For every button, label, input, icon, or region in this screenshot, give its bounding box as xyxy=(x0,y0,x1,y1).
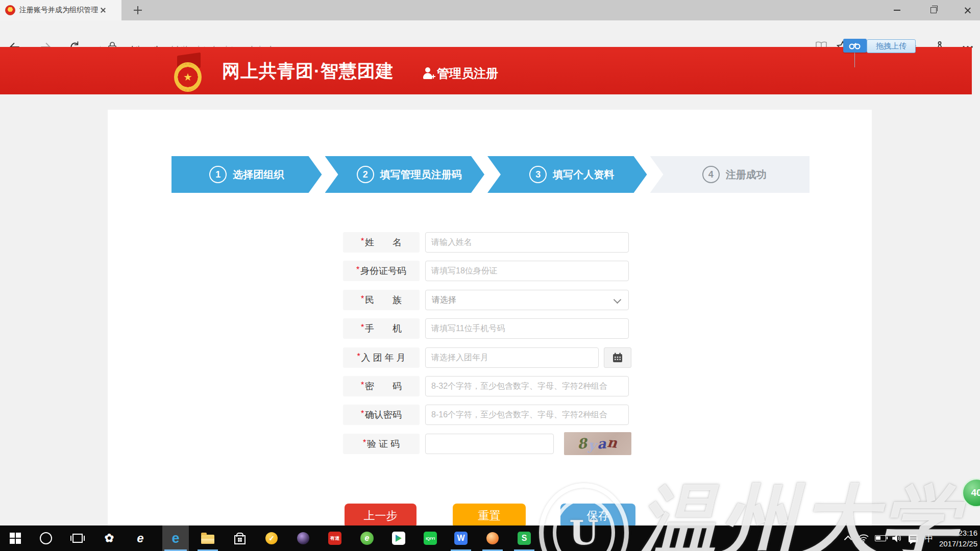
name-input[interactable] xyxy=(425,232,629,253)
admin-register-link[interactable]: 管理员注册 xyxy=(423,65,498,82)
step-4-success: 4 注册成功 xyxy=(650,156,810,193)
cortana-icon xyxy=(40,532,52,544)
ethnicity-selected-value: 请选择 xyxy=(432,295,456,306)
taskbar-app-media-sphere[interactable] xyxy=(291,525,315,551)
step-number: 4 xyxy=(702,166,720,183)
taskbar-app-orange-ball[interactable] xyxy=(480,525,505,551)
form-row-confirm-password: *确认密码 xyxy=(343,405,639,425)
taskbar-app-green-browser[interactable]: e xyxy=(355,525,379,551)
ethnicity-label: *民 族 xyxy=(343,290,420,310)
task-view-icon xyxy=(72,534,83,543)
wifi-icon xyxy=(858,534,869,543)
netdisk-cloud-icon[interactable] xyxy=(843,39,867,53)
cortana-button[interactable] xyxy=(34,525,58,551)
tray-clock[interactable]: 23:16 2017/12/25 xyxy=(939,528,977,549)
taskbar-app-youdao[interactable]: 有道 xyxy=(323,525,347,551)
taskbar-app-edge[interactable]: e xyxy=(162,525,189,551)
new-tab-icon[interactable] xyxy=(134,6,142,14)
wps-icon: W xyxy=(454,532,468,545)
tray-network[interactable] xyxy=(855,525,872,551)
step-1-choose-org: 1 选择团组织 xyxy=(172,156,322,193)
join-date-input[interactable] xyxy=(425,347,599,368)
save-button[interactable]: 保存 xyxy=(560,504,635,525)
browser-tab[interactable]: 注册账号并成为组织管理 xyxy=(0,0,121,20)
window-restore-button[interactable] xyxy=(922,0,945,20)
site-header: ★ 网上共青团·智慧团建 管理员注册 xyxy=(0,47,972,94)
norton-icon: ✓ xyxy=(265,532,278,544)
tray-show-hidden-icons[interactable] xyxy=(840,525,855,551)
internet-explorer-icon: e xyxy=(137,531,143,545)
task-view-button[interactable] xyxy=(65,525,90,551)
taskbar-app-norton[interactable]: ✓ xyxy=(259,525,284,551)
file-explorer-icon xyxy=(201,535,214,544)
tab-title: 注册账号并成为组织管理 xyxy=(19,6,100,15)
mobile-input[interactable] xyxy=(425,318,629,339)
step-label: 填写管理员注册码 xyxy=(380,168,462,182)
clock-date: 2017/12/25 xyxy=(939,538,977,549)
step-label: 注册成功 xyxy=(726,168,767,182)
clock-time: 23:16 xyxy=(939,528,977,538)
join-date-label: *入 团 年 月 xyxy=(343,347,420,368)
form-row-captcha: *验 证 码 8 y a n xyxy=(343,434,639,454)
tencent-video-icon xyxy=(392,532,405,545)
store-icon xyxy=(234,535,246,544)
captcha-image[interactable]: 8 y a n xyxy=(564,432,631,455)
id-number-input[interactable] xyxy=(425,261,629,281)
tray-battery[interactable] xyxy=(872,525,889,551)
window-minimize-button[interactable] xyxy=(885,0,909,20)
step-label: 填写个人资料 xyxy=(553,168,614,182)
step-label: 选择团组织 xyxy=(233,168,284,182)
seewo-icon: S xyxy=(518,532,531,545)
taskbar-app-wps[interactable]: W xyxy=(449,525,473,551)
window-close-button[interactable] xyxy=(955,0,979,20)
browser-address-bar: zhtj.youth.cn/zhtj/register/register_adm… xyxy=(0,20,980,47)
tab-favicon-icon xyxy=(5,5,15,15)
green-browser-icon: e xyxy=(360,532,374,545)
calendar-icon xyxy=(612,353,623,363)
tab-close-icon[interactable] xyxy=(100,7,106,13)
previous-step-button[interactable]: 上一步 xyxy=(345,504,416,525)
speaker-icon xyxy=(892,534,902,543)
tray-ime[interactable]: 中 xyxy=(922,525,936,551)
taskbar-app-internet-explorer[interactable]: e xyxy=(128,525,153,551)
iqiyi-icon: iQIYI xyxy=(424,532,437,545)
taskbar-app-iqiyi[interactable]: iQIYI xyxy=(418,525,443,551)
form-row-mobile: *手 机 xyxy=(343,318,639,339)
taskbar-app-pinwheel[interactable]: ✿ xyxy=(97,525,121,551)
captcha-input[interactable] xyxy=(425,434,554,454)
orange-ball-icon xyxy=(486,532,499,544)
confirm-password-input[interactable] xyxy=(425,405,629,425)
taskbar-app-store[interactable] xyxy=(228,525,252,551)
password-label: *密 码 xyxy=(343,376,420,396)
screen: 注册账号并成为组织管理 zhtj.youth.cn/zhtj/register/… xyxy=(0,0,980,551)
tray-action-center[interactable] xyxy=(904,525,922,551)
content-card: 1 选择团组织 2 填写管理员注册码 3 填写个人资料 4 注册成功 *姓 xyxy=(108,110,872,525)
pinwheel-icon: ✿ xyxy=(105,532,114,545)
step-2-admin-code: 2 填写管理员注册码 xyxy=(325,156,485,193)
start-button[interactable] xyxy=(3,525,28,551)
ethnicity-select[interactable]: 请选择 xyxy=(425,290,629,310)
date-picker-button[interactable] xyxy=(604,347,631,368)
reset-button[interactable]: 重置 xyxy=(453,504,526,525)
form-row-ethnicity: *民 族 请选择 xyxy=(343,290,639,310)
battery-icon xyxy=(875,535,886,541)
step-number: 1 xyxy=(209,166,227,183)
drag-upload-tooltip: 拖拽上传 xyxy=(867,39,916,53)
name-label: *姓 名 xyxy=(343,232,420,253)
form-row-join-date: *入 团 年 月 xyxy=(343,347,639,368)
taskbar-app-seewo[interactable]: S xyxy=(512,525,536,551)
captcha-label: *验 证 码 xyxy=(343,434,420,454)
accelerator-value: 40 xyxy=(971,487,980,498)
ime-indicator: 中 xyxy=(925,533,934,544)
password-input[interactable] xyxy=(425,376,629,396)
mobile-label: *手 机 xyxy=(343,318,420,339)
form-row-name: *姓 名 xyxy=(343,232,639,253)
taskbar-app-tencent-video[interactable] xyxy=(386,525,411,551)
site-title: 网上共青团·智慧团建 xyxy=(222,59,394,83)
chevron-up-icon xyxy=(844,535,852,543)
form-row-password: *密 码 xyxy=(343,376,639,396)
taskbar-app-file-explorer[interactable] xyxy=(195,525,220,551)
tray-volume[interactable] xyxy=(889,525,904,551)
admin-register-label: 管理员注册 xyxy=(437,65,498,82)
sphere-icon xyxy=(297,532,309,544)
